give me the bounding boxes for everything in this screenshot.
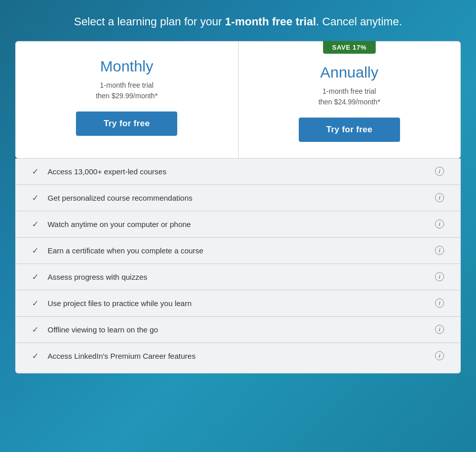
- feature-item-2: ✓ Get personalized course recommendation…: [16, 185, 460, 211]
- annually-plan-title: Annually: [251, 64, 449, 81]
- checkmark-icon-4: ✓: [32, 246, 38, 255]
- feature-item-8: ✓ Access LinkedIn's Premium Career featu…: [16, 343, 460, 369]
- feature-item-7: ✓ Offline viewing to learn on the go i: [16, 317, 460, 343]
- info-icon-5[interactable]: i: [435, 272, 444, 281]
- checkmark-icon-3: ✓: [32, 219, 38, 229]
- checkmark-icon-2: ✓: [32, 193, 38, 203]
- page-header: Select a learning plan for your 1-month …: [74, 14, 402, 30]
- feature-item-3: ✓ Watch anytime on your computer or phon…: [16, 211, 460, 238]
- info-icon-4[interactable]: i: [435, 246, 444, 255]
- feature-text-8: Access LinkedIn's Premium Career feature…: [48, 352, 431, 360]
- feature-text-2: Get personalized course recommendations: [48, 194, 431, 202]
- monthly-plan: Monthly 1-month free trial then $29.99/m…: [16, 42, 239, 158]
- feature-item-1: ✓ Access 13,000+ expert-led courses i: [16, 159, 460, 185]
- info-icon-6[interactable]: i: [435, 298, 444, 308]
- feature-text-6: Use project files to practice while you …: [48, 299, 431, 308]
- feature-item-6: ✓ Use project files to practice while yo…: [16, 290, 460, 317]
- feature-item-5: ✓ Assess progress with quizzes i: [16, 264, 460, 290]
- monthly-plan-description: 1-month free trial then $29.99/month*: [28, 80, 226, 101]
- checkmark-icon-6: ✓: [32, 298, 38, 308]
- monthly-plan-title: Monthly: [28, 58, 226, 75]
- plans-container: Monthly 1-month free trial then $29.99/m…: [15, 41, 461, 159]
- monthly-try-free-button[interactable]: Try for free: [76, 111, 177, 136]
- monthly-trial-text: 1-month free trial: [100, 81, 153, 89]
- annually-price-text: then $24.99/month*: [319, 98, 380, 106]
- plans-wrapper: Monthly 1-month free trial then $29.99/m…: [15, 41, 461, 373]
- features-container: ✓ Access 13,000+ expert-led courses i ✓ …: [15, 159, 461, 373]
- feature-text-5: Assess progress with quizzes: [48, 273, 431, 281]
- monthly-price-text: then $29.99/month*: [96, 92, 157, 100]
- checkmark-icon-7: ✓: [32, 325, 38, 334]
- feature-item-4: ✓ Earn a certificate when you complete a…: [16, 238, 460, 264]
- info-icon-7[interactable]: i: [435, 325, 444, 334]
- checkmark-icon-8: ✓: [32, 351, 38, 361]
- checkmark-icon-1: ✓: [32, 167, 38, 176]
- annually-trial-text: 1-month free trial: [323, 87, 376, 95]
- annually-plan: SAVE 17% Annually 1-month free trial the…: [239, 42, 461, 158]
- info-icon-2[interactable]: i: [435, 193, 444, 202]
- feature-text-4: Earn a certificate when you complete a c…: [48, 246, 431, 255]
- feature-text-7: Offline viewing to learn on the go: [48, 325, 431, 334]
- checkmark-icon-5: ✓: [32, 272, 38, 282]
- feature-text-3: Watch anytime on your computer or phone: [48, 220, 431, 229]
- info-icon-3[interactable]: i: [435, 219, 444, 229]
- save-badge: SAVE 17%: [323, 41, 376, 54]
- info-icon-1[interactable]: i: [435, 167, 444, 176]
- annually-try-free-button[interactable]: Try for free: [299, 118, 400, 142]
- feature-text-1: Access 13,000+ expert-led courses: [48, 167, 431, 176]
- info-icon-8[interactable]: i: [435, 351, 444, 360]
- annually-plan-description: 1-month free trial then $24.99/month*: [251, 86, 449, 107]
